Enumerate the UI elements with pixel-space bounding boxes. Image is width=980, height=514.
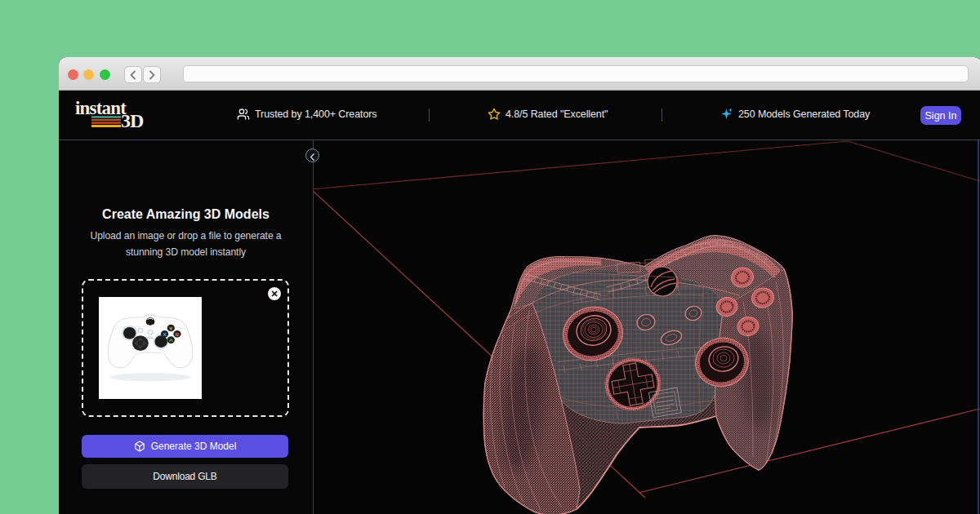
svg-text:Y: Y — [169, 326, 173, 331]
svg-text:A: A — [169, 337, 173, 343]
svg-text:X: X — [163, 331, 167, 337]
svg-text:B: B — [176, 331, 180, 337]
